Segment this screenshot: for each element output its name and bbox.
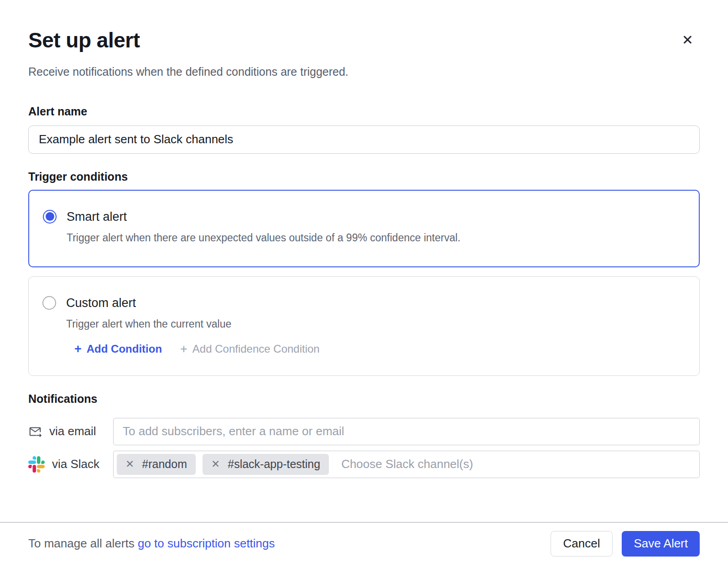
email-send-icon [28,425,42,438]
custom-alert-actions: + Add Condition + Add Confidence Conditi… [74,343,320,355]
slack-channel-chip-label: #slack-app-testing [228,458,320,471]
cancel-button[interactable]: Cancel [551,531,613,557]
email-subscribers-input[interactable] [113,418,700,445]
via-email-label: via email [49,424,96,438]
plus-icon: + [74,344,82,354]
alert-name-label: Alert name [28,105,700,118]
add-condition-button[interactable]: + Add Condition [74,343,162,355]
trigger-conditions-label: Trigger conditions [28,170,700,183]
smart-alert-radio[interactable] [43,210,57,224]
notifications-label: Notifications [28,392,700,406]
slack-logo-icon [28,456,45,473]
page-title: Set up alert [28,28,140,52]
save-alert-button[interactable]: Save Alert [622,531,700,557]
add-confidence-condition-label: Add Confidence Condition [192,343,320,355]
slack-channel-chip: ✕ #random [117,454,196,475]
smart-alert-description: Trigger alert when there are unexpected … [67,232,460,244]
via-email-label-group: via email [28,424,113,438]
dialog-subtitle: Receive notifications when the defined c… [28,65,700,78]
dialog-header: Set up alert ✕ [28,28,700,52]
slack-channels-placeholder: Choose Slack channel(s) [341,457,473,471]
add-condition-label: Add Condition [87,343,162,355]
setup-alert-dialog: Set up alert ✕ Receive notifications whe… [0,28,728,565]
custom-alert-description: Trigger alert when the current value [66,318,320,330]
via-slack-label: via Slack [52,457,99,471]
custom-alert-label: Custom alert [66,296,320,310]
alert-name-input[interactable] [28,125,700,154]
slack-channel-chip-label: #random [142,458,187,471]
via-slack-label-group: via Slack [28,456,113,473]
chip-remove-icon[interactable]: ✕ [211,459,220,469]
custom-alert-option[interactable]: Custom alert Trigger alert when the curr… [28,276,700,376]
smart-alert-option[interactable]: Smart alert Trigger alert when there are… [28,190,700,267]
dialog-footer: To manage all alerts go to subscription … [0,523,728,565]
smart-alert-label: Smart alert [67,210,460,224]
slack-channel-chip: ✕ #slack-app-testing [203,454,329,475]
add-confidence-condition-button[interactable]: + Add Confidence Condition [180,343,320,355]
custom-alert-radio[interactable] [42,296,56,310]
close-icon[interactable]: ✕ [682,33,693,47]
subscription-settings-link[interactable]: go to subscription settings [138,536,275,550]
footer-buttons: Cancel Save Alert [551,531,700,557]
slack-channels-input[interactable]: ✕ #random ✕ #slack-app-testing Choose Sl… [113,451,700,478]
manage-alerts-prefix: To manage all alerts [28,536,135,550]
plus-icon: + [180,344,187,354]
custom-alert-text: Custom alert Trigger alert when the curr… [66,296,320,355]
email-notification-row: via email [28,418,700,445]
manage-alerts-text: To manage all alerts go to subscription … [28,536,275,551]
smart-alert-text: Smart alert Trigger alert when there are… [67,210,460,244]
slack-notification-row: via Slack ✕ #random ✕ #slack-app-testing… [28,451,700,478]
chip-remove-icon[interactable]: ✕ [125,459,134,469]
